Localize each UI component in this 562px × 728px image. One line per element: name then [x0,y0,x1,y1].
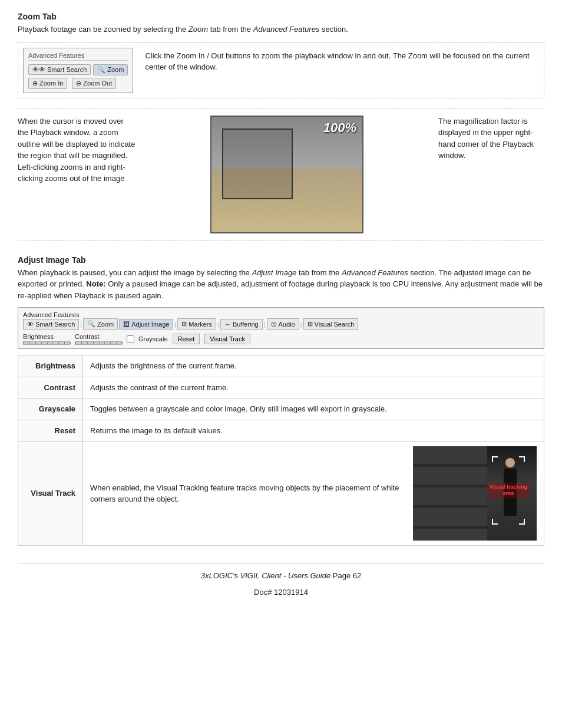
adjust-buffering-label: Buffering [233,321,259,328]
reset-button[interactable]: Reset [173,334,200,344]
zoom-smart-search-label: Smart Search [47,66,87,73]
visual-track-text: When enabled, the Visual Tracking featur… [90,482,404,505]
brightness-slider-track[interactable] [23,341,70,345]
brightness-slider-container: Brightness [23,333,70,345]
zoom-image-section: When the cursor is moved over the Playba… [18,108,544,241]
adjust-controls-row: Brightness [23,333,539,345]
adjust-adjust-image-tab[interactable]: 🖼 Adjust Image [119,319,173,330]
tick [58,342,59,344]
zoom-out-button[interactable]: ⊖ Zoom Out [72,78,116,89]
tab-separator-3: | [217,321,219,328]
contrast-value: Adjusts the contrast of the current fram… [83,377,544,398]
adjust-buffering-tab[interactable]: ↔ Buffering [220,319,263,330]
grayscale-row: Grayscale Toggles between a grayscale an… [18,398,544,420]
tick [99,342,100,344]
adjust-smart-search-icon: 👁 [27,321,34,328]
visual-search-icon: ⊞ [308,320,313,328]
vt-tracking-overlay: Visual tracking area [491,455,526,526]
brightness-row: Brightness Adjusts the brightness of the… [18,355,544,377]
vt-background: Visual tracking area [413,446,537,541]
adjust-smart-search-tab[interactable]: 👁 Smart Search [23,319,79,330]
zoom-zoom-tab[interactable]: 🔍 Zoom [93,64,128,75]
visual-track-content: When enabled, the Visual Tracking featur… [90,446,537,541]
zoom-percent-badge: 100% [323,120,356,136]
zoom-advanced-features-box: Advanced Features 👁 Smart Search 🔍 Zoom … [23,48,133,93]
tick [81,342,82,344]
vt-corner-bottom-right [519,519,525,525]
grayscale-checkbox[interactable] [127,335,134,343]
zoom-tab-area: Advanced Features 👁 Smart Search 🔍 Zoom … [18,42,544,98]
brightness-key: Brightness [18,355,83,377]
markers-icon: ⊞ [181,320,187,328]
brightness-slider-label: Brightness [23,333,70,340]
footer-doc: Doc# 12031914 [18,587,544,598]
vt-shelves [413,446,487,541]
vt-label-line2: area [503,490,514,496]
visual-track-row: Visual Track When enabled, the Visual Tr… [18,442,544,546]
zoom-tab-section: Zoom Tab Playback footage can be zoomed … [18,12,544,241]
visual-track-key: Visual Track [18,442,83,546]
vt-corner-top-right [519,456,525,462]
adjust-af-title: Advanced Features [23,311,539,318]
tick [104,342,105,344]
reset-key: Reset [18,420,83,442]
zoom-in-label: Zoom In [39,80,63,87]
footer-italic: 3xLOGIC's VIGIL Client - Users Guide [201,571,330,580]
tick [52,342,53,344]
vt-corner-top-left [492,456,498,462]
tick [35,342,36,344]
vt-tracking-label: Visual tracking area [487,483,530,498]
contrast-tick-row [75,342,123,344]
audio-icon: ◎ [271,320,277,328]
zoom-in-icon: ⊕ [32,80,38,87]
brightness-value: Adjusts the brightness of the current fr… [83,355,544,377]
visual-track-image: Visual tracking area [413,446,537,541]
adjust-zoom-label: Zoom [97,321,114,328]
grayscale-key: Grayscale [18,398,83,420]
adjust-audio-tab[interactable]: ◎ Audio [267,318,299,330]
zoom-out-label: Zoom Out [83,80,112,87]
zoom-right-text: The magnification factor is displayed in… [438,116,544,233]
adjust-markers-label: Markers [189,321,212,328]
adjust-image-tab-section: Adjust Image Tab When playback is paused… [18,255,544,546]
zoom-af-box-title: Advanced Features [28,52,128,61]
adjust-zoom-tab[interactable]: 🔍 Zoom [83,318,118,330]
zoom-tab-label: Zoom [107,66,124,73]
adjust-adjust-image-label: Adjust Image [131,321,169,328]
contrast-slider-track[interactable] [75,341,122,345]
zoom-left-text: When the cursor is moved over the Playba… [18,116,135,233]
zoom-icon: 🔍 [97,66,105,74]
reset-row: Reset Returns the image to its default v… [18,420,544,442]
zoom-af-tabs-row: 👁 Smart Search 🔍 Zoom [28,64,128,75]
zoom-playback-window: 100% [210,116,363,233]
adjust-image-icon: 🖼 [123,321,130,328]
tick [41,342,42,344]
tick [116,342,117,344]
adjust-af-tabs-row: 👁 Smart Search | 🔍 Zoom 🖼 Adjust Image |… [23,318,539,330]
smart-search-icon: 👁 [32,66,45,73]
tick [122,342,123,344]
contrast-slider-label: Contrast [75,333,122,340]
adjust-visual-search-tab[interactable]: ⊞ Visual Search [303,318,359,330]
reset-value: Returns the image to its default values. [83,420,544,442]
adjust-markers-tab[interactable]: ⊞ Markers [177,318,216,330]
zoom-outline-box [222,129,293,199]
tab-separator-1: | [80,321,82,328]
tick [70,342,71,344]
zoom-smart-search-tab[interactable]: 👁 Smart Search [28,64,91,75]
zoom-in-button[interactable]: ⊕ Zoom In [28,78,67,89]
grayscale-label: Grayscale [138,335,168,342]
buffering-icon: ↔ [224,321,231,328]
brightness-tick-row [24,342,71,344]
visual-track-button[interactable]: Visual Track [204,334,250,344]
tick [29,342,30,344]
properties-table: Brightness Adjusts the brightness of the… [18,355,544,546]
zoom-description: Click the Zoom In / Out buttons to zoom … [143,48,539,93]
tab-separator-5: | [300,321,302,328]
tick [47,342,48,344]
adjust-image-intro: When playback is paused, you can adjust … [18,267,544,302]
zoom-tab-heading: Zoom Tab [18,12,544,21]
tick [75,342,76,344]
visual-track-value-cell: When enabled, the Visual Tracking featur… [83,442,544,546]
adjust-audio-label: Audio [279,321,295,328]
